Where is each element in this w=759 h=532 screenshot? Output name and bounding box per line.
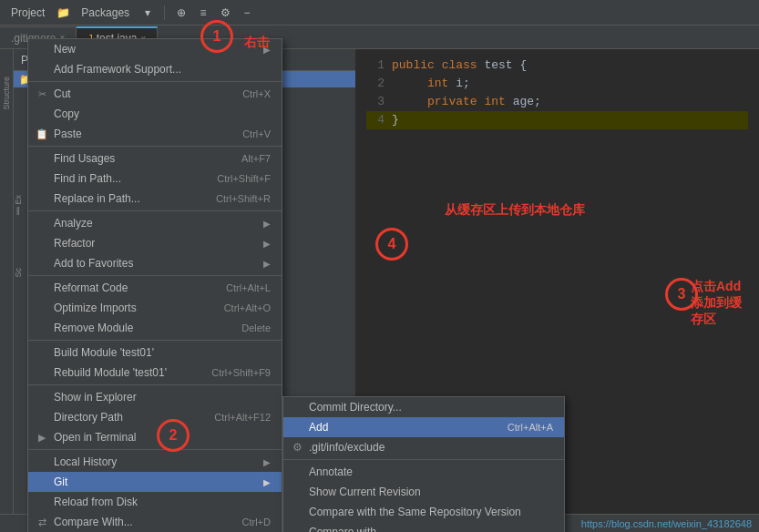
add-icon[interactable]: ⊕ (174, 5, 189, 20)
annotation-text-click-add: 点击Add 添加到缓 存区 (691, 278, 742, 327)
menu-new-label: New (54, 43, 76, 56)
menu-analyze-arrow: ▶ (263, 219, 271, 229)
menu-optimize-shortcut: Ctrl+Alt+O (224, 302, 271, 313)
menu-reload[interactable]: Reload from Disk (28, 492, 282, 512)
menu-show-explorer-label: Show in Explorer (54, 391, 137, 404)
menu-open-terminal[interactable]: ▶ Open in Terminal (28, 427, 282, 447)
sidebar-structure[interactable]: Structure (2, 77, 11, 110)
menu-add-framework[interactable]: Add Framework Support... (28, 59, 282, 79)
menu-find-in-path-label: Find in Path... (54, 172, 121, 185)
paste-icon: 📋 (34, 128, 50, 140)
class-name: test (484, 58, 512, 72)
menu-terminal-label: Open in Terminal (54, 431, 137, 444)
submenu-annotate[interactable]: Annotate (283, 462, 564, 482)
submenu-gitinfo[interactable]: ⚙ .git/info/exclude (283, 437, 564, 457)
menu-rebuild-shortcut: Ctrl+Shift+F9 (211, 367, 271, 378)
settings-icon[interactable]: ≡ (196, 5, 210, 20)
menu-rebuild-label: Rebuild Module 'test01' (54, 366, 167, 379)
menu-remove-shortcut: Delete (241, 322, 271, 333)
project-menu[interactable]: Project (7, 5, 48, 21)
menu-local-history[interactable]: Local History ▶ (28, 452, 282, 472)
menu-analyze[interactable]: Analyze ▶ (28, 213, 282, 233)
annotation-1: 1 (200, 20, 233, 53)
menu-directory-path[interactable]: Directory Path Ctrl+Alt+F12 (28, 407, 282, 427)
submenu-commit-dir[interactable]: Commit Directory... (283, 397, 564, 417)
annotation-3-num: 3 (678, 286, 686, 302)
menu-copy[interactable]: Copy (28, 104, 282, 124)
code-line-3: 3 private int age; (366, 93, 748, 111)
menu-build-module[interactable]: Build Module 'test01' (28, 343, 282, 363)
submenu-compare-with-label: Compare with... (309, 526, 385, 532)
menu-find-in-path-shortcut: Ctrl+Shift+F (217, 173, 271, 184)
line-num-4: 4 (366, 111, 385, 129)
kw-int2: int (484, 95, 505, 108)
submenu-add-shortcut: Ctrl+Alt+A (508, 422, 553, 433)
menu-sep-2 (28, 146, 282, 147)
submenu-add-label: Add (309, 421, 328, 434)
menu-refactor[interactable]: Refactor ▶ (28, 233, 282, 253)
submenu-add[interactable]: Add Ctrl+Alt+A (283, 417, 564, 437)
submenu-compare-same-repo[interactable]: Compare with the Same Repository Version (283, 502, 564, 522)
kw-private: private (427, 95, 477, 108)
gear-icon[interactable]: ⚙ (218, 5, 232, 20)
sidebar-ex-label[interactable]: ‖ Ex (14, 195, 26, 219)
menu-reformat[interactable]: Reformat Code Ctrl+Alt+L (28, 278, 282, 298)
menu-sep-7 (28, 449, 282, 450)
line-content-1: public class test { (392, 56, 527, 75)
line-num-1: 1 (366, 56, 385, 75)
submenu-commit-label: Commit Directory... (309, 401, 402, 414)
submenu-show-revision[interactable]: Show Current Revision (283, 482, 564, 502)
toolbar: Project 📁 Packages ▾ ⊕ ≡ ⚙ − (0, 0, 759, 26)
menu-paste-label: Paste (54, 128, 82, 140)
toolbar-separator-1 (164, 5, 165, 20)
project-icon: 📁 (56, 5, 70, 20)
menu-git-label: Git (54, 476, 67, 488)
menu-add-favorites[interactable]: Add to Favorites ▶ (28, 253, 282, 273)
submenu-gitinfo-label: .git/info/exclude (309, 441, 385, 454)
line-num-2: 2 (366, 75, 385, 93)
left-sidebar: Structure (0, 49, 14, 514)
menu-show-explorer[interactable]: Show in Explorer (28, 387, 282, 407)
cut-icon: ✂ (34, 88, 50, 100)
packages-menu[interactable]: Packages (77, 5, 133, 21)
menu-directory-shortcut: Ctrl+Alt+F12 (214, 412, 271, 423)
menu-optimize-label: Optimize Imports (54, 302, 137, 314)
menu-find-usages-label: Find Usages (54, 152, 115, 165)
menu-cut[interactable]: ✂ Cut Ctrl+X (28, 84, 282, 104)
menu-sep-5 (28, 340, 282, 341)
sidebar-sc-label[interactable]: Sc (14, 268, 26, 281)
menu-find-usages[interactable]: Find Usages Alt+F7 (28, 148, 282, 169)
menu-rebuild-module[interactable]: Rebuild Module 'test01' Ctrl+Shift+F9 (28, 363, 282, 383)
annotation-text-from-staging: 从缓存区上传到本地仓库 (445, 202, 585, 219)
annotation-4-num: 4 (388, 236, 396, 252)
menu-find-usages-shortcut: Alt+F7 (241, 153, 271, 164)
menu-compare[interactable]: ⇄ Compare With... Ctrl+D (28, 512, 282, 532)
menu-find-in-path[interactable]: Find in Path... Ctrl+Shift+F (28, 169, 282, 189)
line-content-2: int i; (392, 75, 470, 93)
menu-compare-label: Compare With... (54, 516, 133, 528)
menu-git[interactable]: Git ▶ (28, 472, 282, 492)
menu-local-history-arrow: ▶ (263, 457, 271, 467)
menu-cut-shortcut: Ctrl+X (242, 88, 271, 99)
menu-sep-4 (28, 275, 282, 276)
menu-optimize-imports[interactable]: Optimize Imports Ctrl+Alt+O (28, 298, 282, 318)
packages-dropdown[interactable]: ▾ (140, 5, 155, 20)
menu-replace-in-path-label: Replace in Path... (54, 192, 140, 205)
menu-refactor-arrow: ▶ (263, 239, 271, 249)
menu-add-framework-label: Add Framework Support... (54, 63, 181, 76)
menu-sep-1 (28, 81, 282, 82)
minus-icon[interactable]: − (240, 5, 254, 20)
menu-remove-module[interactable]: Remove Module Delete (28, 318, 282, 338)
menu-add-favorites-arrow: ▶ (263, 259, 271, 269)
menu-replace-shortcut: Ctrl+Shift+R (216, 193, 271, 204)
menu-paste[interactable]: 📋 Paste Ctrl+V (28, 124, 282, 144)
menu-reformat-shortcut: Ctrl+Alt+L (226, 282, 271, 293)
submenu-show-revision-label: Show Current Revision (309, 486, 421, 498)
menu-remove-label: Remove Module (54, 322, 133, 334)
menu-replace-in-path[interactable]: Replace in Path... Ctrl+Shift+R (28, 189, 282, 209)
submenu-compare-with[interactable]: Compare with... (283, 522, 564, 532)
status-bar-url[interactable]: https://blog.csdn.net/weixin_43182648 (581, 518, 752, 529)
git-submenu: Commit Directory... Add Ctrl+Alt+A ⚙ .gi… (282, 396, 565, 532)
code-line-1: 1 public class test { (366, 56, 748, 75)
menu-compare-shortcut: Ctrl+D (242, 517, 271, 527)
